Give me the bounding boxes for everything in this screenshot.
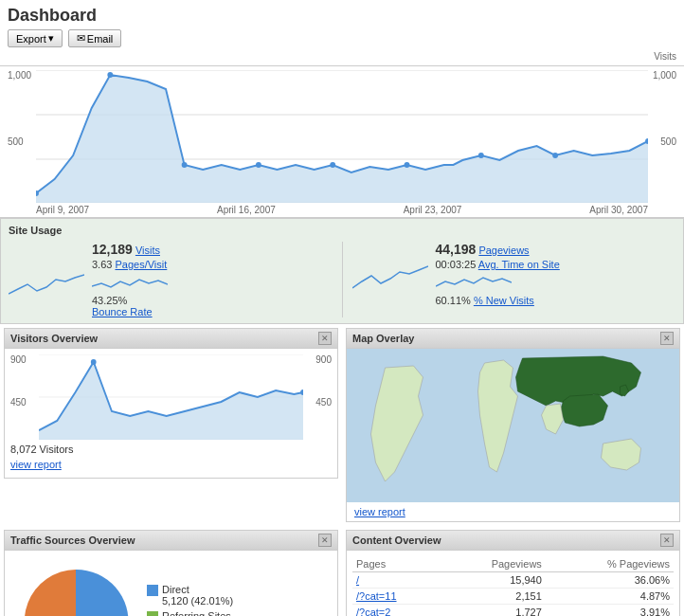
traffic-panel-title: Traffic Sources Overview — [10, 534, 135, 546]
avg-time-link[interactable]: Avg. Time on Site — [478, 259, 560, 270]
page-header: Dashboard Export ▾ ✉ Email — [0, 0, 684, 51]
traffic-panel: Traffic Sources Overview ✕ — [4, 530, 338, 616]
content-panel-body: Pages Pageviews % Pageviews / 15,940 36.… — [347, 551, 679, 616]
x-axis: April 9, 2007 April 16, 2007 April 23, 2… — [8, 203, 676, 217]
traffic-close-button[interactable]: ✕ — [318, 534, 332, 547]
visitors-y-left: 900 450 — [10, 354, 27, 440]
traffic-legend: Direct 5,120 (42.01%) Referring Sites 4,… — [147, 584, 236, 616]
svg-marker-17 — [39, 362, 303, 440]
world-map-svg — [347, 349, 679, 500]
avg-time-value: 00:03:25 — [436, 259, 477, 270]
main-chart-svg — [36, 70, 648, 203]
svg-point-9 — [330, 162, 335, 168]
email-icon: ✉ — [77, 32, 85, 45]
visitors-view-report[interactable]: view report — [10, 455, 332, 472]
new-visits-value-row: 60.11% % New Visits — [436, 295, 560, 306]
svg-point-7 — [182, 162, 188, 168]
email-label: Email — [87, 33, 114, 45]
svg-point-11 — [478, 153, 484, 158]
site-usage-title: Site Usage — [9, 225, 675, 236]
legend-color-referring — [147, 611, 158, 616]
content-table: Pages Pageviews % Pageviews / 15,940 36.… — [352, 556, 674, 616]
svg-point-10 — [405, 162, 410, 168]
new-visits-sparkline — [436, 272, 512, 291]
bounce-sparkline — [92, 272, 168, 291]
bounce-rate-value-row: 43.25% Bounce Rate — [92, 295, 168, 317]
visitors-panel-header: Visitors Overview ✕ — [5, 329, 337, 349]
legend-label-referring: Referring Sites — [162, 610, 231, 616]
lower-row-2: Traffic Sources Overview ✕ — [0, 526, 684, 616]
visitors-close-button[interactable]: ✕ — [318, 332, 332, 345]
lower-row-1: Visitors Overview ✕ 900 450 900 450 — [0, 324, 684, 526]
y-axis-right: 1,000 500 — [649, 70, 676, 203]
svg-point-6 — [107, 72, 113, 78]
content-page-link[interactable]: /?cat=2 — [356, 607, 390, 616]
map-panel: Map Overlay ✕ — [346, 328, 680, 522]
map-panel-title: Map Overlay — [352, 333, 414, 344]
dropdown-arrow-icon: ▾ — [48, 32, 54, 45]
content-page-link[interactable]: /?cat=11 — [356, 590, 397, 602]
map-close-button[interactable]: ✕ — [660, 332, 674, 345]
legend-color-direct — [147, 585, 158, 596]
visits-stats: 12,189 Visits 3.63 Pages/Visit 43.25% — [92, 242, 168, 317]
pie-chart — [14, 560, 137, 616]
toolbar: Export ▾ ✉ Email — [8, 29, 676, 47]
content-panel-wrap: Content Overview ✕ Pages Pageviews % Pag… — [342, 526, 684, 616]
pages-per-visit-row: 3.63 Pages/Visit — [92, 259, 168, 270]
visits-section: 12,189 Visits 3.63 Pages/Visit 43.25% — [9, 242, 333, 317]
legend-value-direct: 5,120 (42.01%) — [162, 595, 233, 607]
new-visits-link[interactable]: % New Visits — [474, 295, 534, 306]
visitors-chart: 900 450 900 450 — [10, 354, 332, 440]
content-panel-title: Content Overview — [352, 534, 441, 546]
visitors-panel-wrap: Visitors Overview ✕ 900 450 900 450 — [0, 324, 342, 526]
table-row: /?cat=11 2,151 4.87% — [352, 589, 674, 605]
visitors-count: 8,072 Visitors — [10, 444, 332, 455]
visits-link[interactable]: Visits — [135, 245, 160, 256]
main-chart-container: 1,000 500 1,000 500 — [0, 65, 684, 218]
col-pageviews: Pageviews — [440, 556, 546, 572]
legend-item-referring: Referring Sites 4,479 (36.75%) — [147, 610, 236, 616]
pageviews-stats: 44,198 Pageviews 00:03:25 Avg. Time on S… — [436, 242, 560, 306]
visits-label: Visits — [0, 51, 684, 62]
y-axis-left: 1,000 500 — [8, 70, 35, 203]
visits-row: 12,189 Visits — [92, 242, 168, 257]
traffic-panel-header: Traffic Sources Overview ✕ — [5, 531, 337, 551]
map-panel-header: Map Overlay ✕ — [347, 329, 679, 349]
content-close-button[interactable]: ✕ — [660, 534, 674, 547]
traffic-panel-wrap: Traffic Sources Overview ✕ — [0, 526, 342, 616]
svg-point-8 — [256, 162, 261, 168]
email-button[interactable]: ✉ Email — [68, 29, 122, 47]
svg-point-18 — [91, 359, 97, 365]
table-row: / 15,940 36.06% — [352, 572, 674, 589]
map-view-report[interactable]: view report — [347, 502, 679, 521]
page-title: Dashboard — [8, 6, 676, 26]
col-pages: Pages — [352, 556, 440, 572]
visitors-panel-title: Visitors Overview — [10, 333, 98, 344]
pageviews-value: 44,198 — [436, 242, 477, 257]
pageviews-row: 44,198 Pageviews — [436, 242, 560, 257]
pages-per-visit-link[interactable]: Pages/Visit — [115, 259, 167, 270]
export-button[interactable]: Export ▾ — [8, 29, 63, 47]
main-chart-area: 1,000 500 1,000 500 — [8, 70, 676, 203]
pages-per-visit-value: 3.63 — [92, 259, 112, 270]
bounce-rate-row — [92, 272, 168, 293]
visitors-panel: Visitors Overview ✕ 900 450 900 450 — [4, 328, 338, 479]
legend-label-direct: Direct — [162, 584, 189, 595]
export-label: Export — [16, 33, 46, 45]
new-visits-value: 60.11% — [436, 295, 471, 306]
pageviews-link[interactable]: Pageviews — [478, 245, 529, 256]
content-panel-header: Content Overview ✕ — [347, 531, 679, 551]
visitors-svg-wrap — [39, 354, 303, 440]
visits-sparkline — [9, 261, 84, 299]
bounce-rate-value: 43.25% — [92, 295, 127, 306]
col-pct: % Pageviews — [546, 556, 674, 572]
pageviews-sparkline — [352, 255, 428, 293]
map-panel-wrap: Map Overlay ✕ — [342, 324, 684, 526]
traffic-panel-body: Direct 5,120 (42.01%) Referring Sites 4,… — [5, 551, 337, 616]
avg-time-row: 00:03:25 Avg. Time on Site — [436, 259, 560, 270]
content-page-link[interactable]: / — [356, 574, 359, 586]
table-row: /?cat=2 1,727 3.91% — [352, 605, 674, 617]
site-usage: Site Usage 12,189 Visits 3.63 Pages/Visi… — [0, 218, 684, 324]
svg-marker-4 — [36, 75, 648, 203]
bounce-rate-link[interactable]: Bounce Rate — [92, 306, 153, 317]
